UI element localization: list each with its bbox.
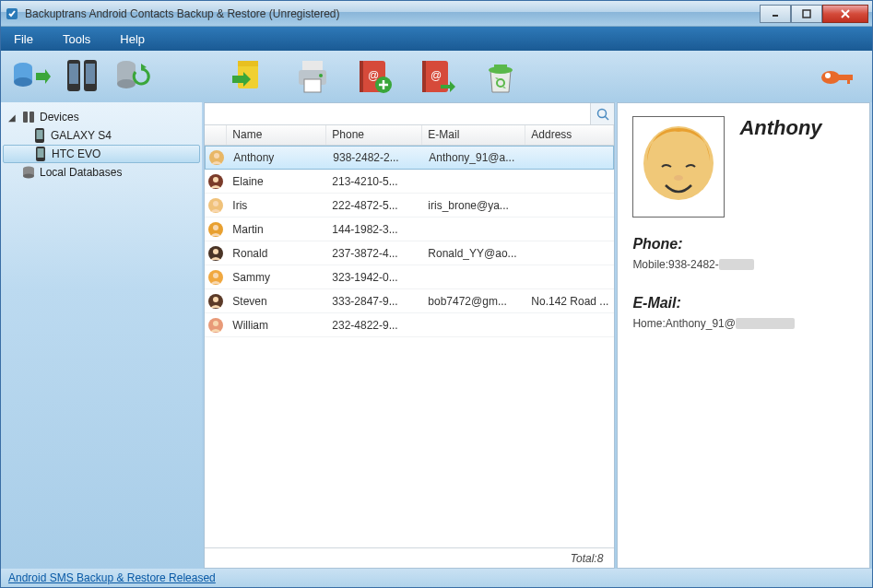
table-row[interactable]: Ronald237-3872-4...Ronald_YY@ao...	[205, 241, 614, 265]
cell-name: Steven	[227, 295, 326, 308]
maximize-button[interactable]	[791, 5, 822, 23]
row-avatar	[205, 173, 227, 190]
table-row[interactable]: Martin144-1982-3...	[205, 218, 614, 241]
total-label: Total:8	[571, 552, 604, 565]
titlebar: Backuptrans Android Contacts Backup & Re…	[1, 1, 872, 27]
svg-rect-2	[803, 10, 810, 18]
svg-point-49	[213, 177, 218, 182]
phones-icon[interactable]	[60, 54, 104, 99]
cell-phone: 144-1982-3...	[326, 223, 422, 236]
table-row[interactable]: Elaine213-4210-5...	[205, 170, 614, 194]
cell-phone: 237-3872-4...	[326, 247, 422, 260]
svg-point-43	[23, 174, 34, 179]
row-avatar	[205, 221, 227, 238]
svg-point-7	[14, 77, 32, 87]
svg-point-53	[213, 225, 218, 230]
svg-rect-35	[23, 112, 28, 123]
footer-link[interactable]: Android SMS Backup & Restore Released	[8, 571, 216, 584]
contact-name: Anthony	[739, 116, 821, 140]
address-add-icon[interactable]: @	[353, 54, 397, 99]
database-sync-icon[interactable]	[112, 54, 156, 99]
export-icon[interactable]	[228, 54, 272, 99]
app-icon	[5, 6, 19, 21]
svg-point-57	[213, 273, 218, 278]
menu-help[interactable]: Help	[120, 32, 145, 46]
cell-phone: 323-1942-0...	[326, 271, 422, 284]
tree-item-galaxy[interactable]: GALAXY S4	[3, 126, 200, 145]
email-value: Home:Anthony_91@	[632, 315, 855, 330]
col-phone[interactable]: Phone	[326, 125, 422, 145]
col-address[interactable]: Address	[525, 125, 614, 145]
svg-point-20	[319, 74, 323, 77]
minimize-button[interactable]	[760, 5, 791, 23]
database-icon	[21, 165, 36, 180]
svg-point-62	[643, 126, 714, 200]
svg-rect-11	[86, 64, 95, 84]
svg-point-61	[213, 321, 218, 326]
backup-icon[interactable]	[8, 54, 53, 99]
table-row[interactable]: William232-4822-9...	[205, 313, 614, 337]
row-avatar	[205, 269, 227, 286]
cell-email: bob7472@gm...	[422, 295, 525, 308]
tree-devices-label: Devices	[40, 111, 79, 123]
statusbar: Android SMS Backup & Restore Released	[1, 569, 872, 587]
phone-icon	[32, 128, 47, 143]
contact-detail-panel: Anthony Phone: Mobile:938-2482- E-Mail: …	[617, 102, 870, 569]
toolbar-right: @ @	[215, 51, 872, 102]
row-avatar	[205, 317, 227, 334]
table-row[interactable]: Iris222-4872-5...iris_brone@ya...	[205, 194, 614, 218]
key-icon[interactable]	[815, 54, 859, 99]
cell-name: Martin	[227, 223, 326, 236]
tree-item-label: HTC EVO	[52, 147, 100, 160]
search-input[interactable]	[205, 103, 590, 124]
address-export-icon[interactable]: @	[416, 54, 460, 99]
email-section-label: E-Mail:	[632, 295, 855, 312]
row-avatar	[205, 245, 227, 262]
tree-item-label: GALAXY S4	[51, 129, 112, 142]
col-email[interactable]: E-Mail	[422, 125, 525, 145]
sidebar: ◢ Devices GALAXY S4 HTC EVO Local Databa…	[1, 102, 202, 569]
phone-value: Mobile:938-2482-	[632, 256, 855, 271]
svg-line-45	[605, 116, 608, 120]
cell-name: William	[227, 319, 326, 332]
svg-point-55	[213, 249, 218, 254]
table-body: Anthony938-2482-2...Anthony_91@a...Elain…	[205, 146, 614, 547]
svg-rect-38	[37, 130, 43, 139]
expand-icon[interactable]: ◢	[6, 112, 18, 123]
cell-email: Anthony_91@a...	[423, 151, 526, 164]
svg-point-47	[214, 153, 219, 159]
table-row[interactable]: Steven333-2847-9...bob7472@gm...No.142 R…	[205, 289, 614, 313]
menu-tools[interactable]: Tools	[63, 32, 90, 46]
svg-point-59	[213, 297, 218, 302]
contact-list-panel: Name Phone E-Mail Address Anthony938-248…	[204, 102, 615, 569]
menu-file[interactable]: File	[14, 32, 33, 46]
table-row[interactable]: Anthony938-2482-2...Anthony_91@a...	[205, 146, 614, 170]
search-button[interactable]	[590, 103, 614, 124]
tree-devices[interactable]: ◢ Devices	[3, 108, 200, 126]
svg-point-32	[825, 73, 831, 78]
col-name[interactable]: Name	[227, 125, 326, 145]
table-header: Name Phone E-Mail Address	[205, 125, 614, 146]
svg-point-63	[674, 175, 683, 181]
trash-icon[interactable]	[478, 54, 523, 99]
svg-rect-34	[847, 75, 850, 84]
cell-name: Iris	[227, 199, 326, 212]
cell-address: No.142 Road ...	[525, 295, 614, 308]
window-title: Backuptrans Android Contacts Backup & Re…	[25, 7, 760, 20]
cell-phone: 938-2482-2...	[327, 151, 423, 164]
table-row[interactable]: Sammy323-1942-0...	[205, 265, 614, 289]
svg-rect-33	[838, 75, 853, 80]
tree-local[interactable]: Local Databases	[3, 163, 200, 182]
cell-phone: 333-2847-9...	[326, 295, 422, 308]
print-icon[interactable]	[290, 54, 335, 99]
phone-icon	[33, 147, 48, 161]
svg-point-51	[213, 201, 218, 206]
svg-rect-9	[69, 64, 78, 84]
svg-text:@: @	[431, 69, 442, 82]
close-button[interactable]	[822, 5, 868, 23]
cell-name: Elaine	[227, 175, 326, 188]
svg-rect-36	[29, 112, 34, 123]
tree-item-htc[interactable]: HTC EVO	[3, 145, 200, 163]
toolbar-left	[1, 51, 215, 102]
cell-email: Ronald_YY@ao...	[422, 247, 525, 260]
